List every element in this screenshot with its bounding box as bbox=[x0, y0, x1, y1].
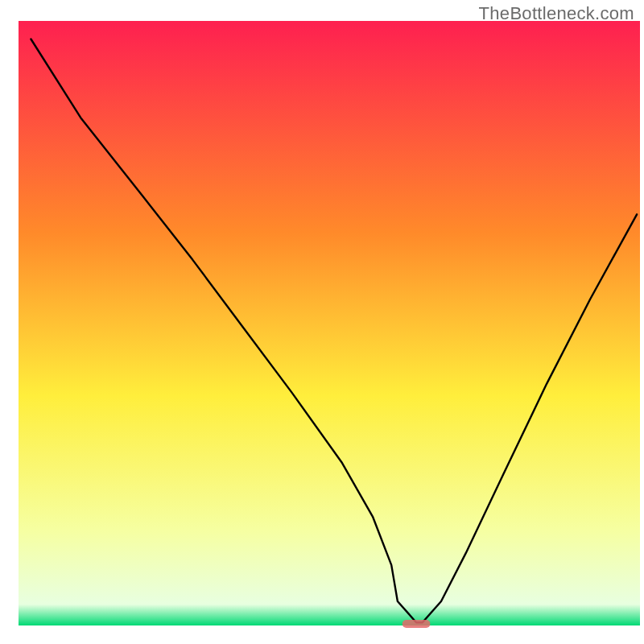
gradient-background bbox=[19, 21, 640, 625]
optimal-point-marker bbox=[402, 620, 431, 628]
bottleneck-plot bbox=[0, 0, 644, 644]
chart-container: TheBottleneck.com bbox=[0, 0, 644, 644]
